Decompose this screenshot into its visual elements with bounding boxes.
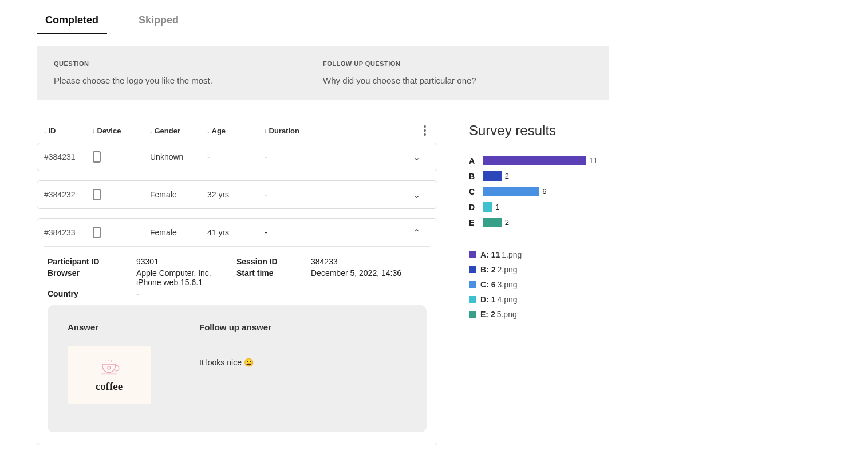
chart-bar-value: 6 xyxy=(542,187,546,196)
chart-bar-track xyxy=(483,187,539,196)
header-id[interactable]: ↓ ID xyxy=(44,127,92,135)
legend-file: 3.png xyxy=(497,280,517,289)
legend-file: 5.png xyxy=(497,310,517,319)
tabs: Completed Skipped xyxy=(37,11,851,34)
chevron-down-icon: ⌄ xyxy=(413,189,430,200)
start-time-value: December 5, 2022, 14:36 xyxy=(311,268,427,287)
tab-completed[interactable]: Completed xyxy=(37,11,107,34)
row-age: - xyxy=(207,152,265,161)
legend-swatch xyxy=(469,311,476,318)
question-text: Please choose the logo you like the most… xyxy=(54,76,323,85)
chart-bar-label: A xyxy=(469,156,483,165)
row-duration: - xyxy=(265,228,413,237)
answer-panel: Answer xyxy=(48,305,427,432)
legend-key: D: 1 xyxy=(480,295,495,304)
row-duration: - xyxy=(265,152,413,161)
table-row: #384231 Unknown - - ⌄ xyxy=(37,143,437,171)
chart-bar-track xyxy=(483,202,492,212)
legend-row: A: 11 1.png xyxy=(469,250,692,259)
chevron-up-icon: ⌃ xyxy=(413,227,430,238)
dots-vertical-icon xyxy=(419,125,431,136)
header-gender[interactable]: ↓ Gender xyxy=(149,127,207,135)
legend-file: 1.png xyxy=(502,250,522,259)
legend-key: C: 6 xyxy=(480,280,495,289)
chart-bar-value: 11 xyxy=(589,156,597,165)
chart-bar-row: D1 xyxy=(469,202,692,212)
browser-value: Apple Computer, Inc. iPhone web 15.6.1 xyxy=(136,268,236,287)
chart-bar-row: A11 xyxy=(469,156,692,165)
row-age: 32 yrs xyxy=(207,190,265,199)
chart-bar-track xyxy=(483,218,502,227)
table-header: ↓ ID ↓ Device ↓ Gender ↓ Age ↓ Duratio xyxy=(37,123,437,143)
svg-point-0 xyxy=(107,366,110,369)
header-device-label: Device xyxy=(97,127,121,135)
row-toggle[interactable]: #384233 Female 41 yrs - ⌃ xyxy=(37,219,437,246)
legend-file: 4.png xyxy=(497,295,517,304)
row-gender: Female xyxy=(150,190,207,199)
legend-key: E: 2 xyxy=(480,310,495,319)
chart-bar-label: B xyxy=(469,172,483,181)
table-menu-button[interactable] xyxy=(419,125,431,136)
table-row: #384233 Female 41 yrs - ⌃ Participant ID… xyxy=(37,218,437,445)
chart-bar-fill xyxy=(483,218,502,227)
session-id-label: Session ID xyxy=(236,257,311,266)
row-id: #384233 xyxy=(44,228,93,237)
row-gender: Unknown xyxy=(150,152,207,161)
legend-swatch xyxy=(469,281,476,288)
survey-results-title: Survey results xyxy=(469,123,692,139)
header-duration-label: Duration xyxy=(269,127,299,135)
participant-id-value: 93301 xyxy=(136,257,236,266)
chart-bar-track xyxy=(483,171,502,181)
survey-legend: A: 11 1.pngB: 2 2.pngC: 6 3.pngD: 1 4.pn… xyxy=(469,250,692,319)
question-label: QUESTION xyxy=(54,60,323,67)
chart-bar-row: B2 xyxy=(469,171,692,181)
row-duration: - xyxy=(265,190,413,199)
chart-bar-fill xyxy=(483,187,539,196)
legend-swatch xyxy=(469,251,476,258)
phone-icon xyxy=(93,151,101,163)
chart-bar-label: E xyxy=(469,218,483,227)
browser-label: Browser xyxy=(48,268,136,287)
header-device[interactable]: ↓ Device xyxy=(92,127,149,135)
row-age: 41 yrs xyxy=(207,228,265,237)
legend-swatch xyxy=(469,266,476,273)
chart-bar-label: C xyxy=(469,187,483,196)
chart-bar-value: 2 xyxy=(505,172,509,180)
row-id: #384231 xyxy=(44,152,93,161)
chart-bar-fill xyxy=(483,171,502,181)
header-id-label: ID xyxy=(49,127,56,135)
sort-desc-icon: ↓ xyxy=(44,127,47,134)
row-toggle[interactable]: #384232 Female 32 yrs - ⌄ xyxy=(37,181,437,208)
country-value: - xyxy=(136,289,236,298)
phone-icon xyxy=(93,227,101,238)
header-gender-label: Gender xyxy=(155,127,181,135)
row-detail: Participant ID 93301 Session ID 384233 B… xyxy=(37,247,437,445)
legend-row: B: 2 2.png xyxy=(469,265,692,274)
chart-bar-row: E2 xyxy=(469,218,692,227)
session-id-value: 384233 xyxy=(311,257,427,266)
start-time-label: Start time xyxy=(236,268,311,287)
row-device xyxy=(93,151,150,163)
survey-bar-chart: A11B2C6D1E2 xyxy=(469,156,692,227)
header-age-label: Age xyxy=(212,127,226,135)
legend-key: A: 11 xyxy=(480,250,500,259)
chart-bar-row: C6 xyxy=(469,187,692,196)
followup-answer-text: It looks nice 😀 xyxy=(199,358,407,367)
row-toggle[interactable]: #384231 Unknown - - ⌄ xyxy=(37,143,437,171)
header-duration[interactable]: ↓ Duration xyxy=(264,127,419,135)
header-age[interactable]: ↓ Age xyxy=(207,127,264,135)
followup-question-text: Why did you choose that particular one? xyxy=(323,76,592,85)
legend-file: 2.png xyxy=(497,265,517,274)
chart-bar-fill xyxy=(483,156,586,165)
phone-icon xyxy=(93,189,101,200)
legend-swatch xyxy=(469,296,476,303)
chevron-down-icon: ⌄ xyxy=(413,152,430,163)
row-id: #384232 xyxy=(44,190,93,199)
sort-icon: ↓ xyxy=(207,127,210,134)
tab-skipped[interactable]: Skipped xyxy=(130,11,187,34)
sort-icon: ↓ xyxy=(92,127,96,134)
followup-question-label: FOLLOW UP QUESTION xyxy=(323,60,592,67)
answer-logo-card: coffee xyxy=(68,346,151,404)
row-device xyxy=(93,227,150,238)
answer-logo-text: coffee xyxy=(96,380,123,393)
